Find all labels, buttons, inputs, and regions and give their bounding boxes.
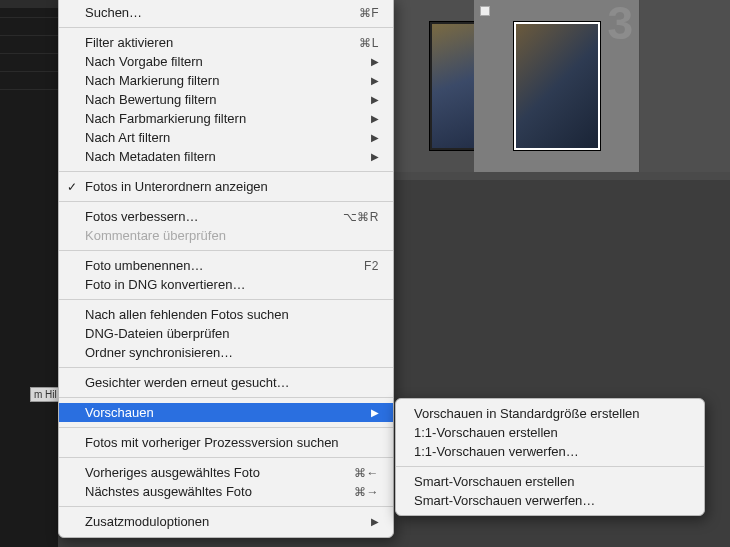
menu-label: Nach Art filtern <box>85 130 170 145</box>
menu-filter-metadata[interactable]: Nach Metadaten filtern ▶ <box>59 147 393 166</box>
menu-convert-dng[interactable]: Foto in DNG konvertieren… <box>59 275 393 294</box>
menu-separator <box>59 427 393 428</box>
menu-label: Nach Bewertung filtern <box>85 92 217 107</box>
menu-label: Gesichter werden erneut gesucht… <box>85 375 290 390</box>
menu-label: Zusatzmoduloptionen <box>85 514 209 529</box>
menu-label: Smart-Vorschauen verwerfen… <box>414 493 595 508</box>
menu-filter-enable[interactable]: Filter aktivieren ⌘L <box>59 33 393 52</box>
menu-rescan-faces[interactable]: Gesichter werden erneut gesucht… <box>59 373 393 392</box>
thumbnail-index: 3 <box>607 0 633 50</box>
menu-label: 1:1-Vorschauen verwerfen… <box>414 444 579 459</box>
thumbnail-image <box>514 22 600 150</box>
menu-label: Ordner synchronisieren… <box>85 345 233 360</box>
menu-search[interactable]: Suchen… ⌘F <box>59 3 393 22</box>
menu-check-comments: Kommentare überprüfen <box>59 226 393 245</box>
menu-label: Foto umbenennen… <box>85 258 204 273</box>
submenu-arrow-icon: ▶ <box>371 56 379 67</box>
menu-find-missing[interactable]: Nach allen fehlenden Fotos suchen <box>59 305 393 324</box>
shortcut-label: F2 <box>364 259 379 273</box>
previews-submenu: Vorschauen in Standardgröße erstellen 1:… <box>395 398 705 516</box>
menu-separator <box>396 466 704 467</box>
menu-label: Foto in DNG konvertieren… <box>85 277 245 292</box>
menu-filter-preset[interactable]: Nach Vorgabe filtern ▶ <box>59 52 393 71</box>
menu-filter-color[interactable]: Nach Farbmarkierung filtern ▶ <box>59 109 393 128</box>
submenu-arrow-icon: ▶ <box>371 113 379 124</box>
menu-label: Nächstes ausgewähltes Foto <box>85 484 252 499</box>
menu-previews[interactable]: Vorschauen ▶ <box>59 403 393 422</box>
menu-separator <box>59 201 393 202</box>
menu-next-selected[interactable]: Nächstes ausgewähltes Foto ⌘→ <box>59 482 393 501</box>
tooltip-fragment: m Hil <box>30 387 61 402</box>
menu-label: Vorschauen in Standardgröße erstellen <box>414 406 639 421</box>
submenu-arrow-icon: ▶ <box>371 94 379 105</box>
menu-label: Filter aktivieren <box>85 35 173 50</box>
submenu-smart-create[interactable]: Smart-Vorschauen erstellen <box>396 472 704 491</box>
menu-separator <box>59 171 393 172</box>
shortcut-label: ⌘← <box>354 466 379 480</box>
submenu-1to1-create[interactable]: 1:1-Vorschauen erstellen <box>396 423 704 442</box>
menu-label: Vorheriges ausgewähltes Foto <box>85 465 260 480</box>
menu-label: Nach allen fehlenden Fotos suchen <box>85 307 289 322</box>
menu-filter-rating[interactable]: Nach Bewertung filtern ▶ <box>59 90 393 109</box>
submenu-arrow-icon: ▶ <box>371 407 379 418</box>
menu-label: Vorschauen <box>85 405 154 420</box>
menu-separator <box>59 27 393 28</box>
shortcut-label: ⌘L <box>359 36 379 50</box>
menu-improve-photos[interactable]: Fotos verbessern… ⌥⌘R <box>59 207 393 226</box>
menu-separator <box>59 397 393 398</box>
menu-label: Fotos in Unterordnern anzeigen <box>85 179 268 194</box>
menu-prev-selected[interactable]: Vorheriges ausgewähltes Foto ⌘← <box>59 463 393 482</box>
menu-filter-marking[interactable]: Nach Markierung filtern ▶ <box>59 71 393 90</box>
library-menu: Suchen… ⌘F Filter aktivieren ⌘L Nach Vor… <box>58 0 394 538</box>
menu-separator <box>59 506 393 507</box>
submenu-arrow-icon: ▶ <box>371 516 379 527</box>
submenu-arrow-icon: ▶ <box>371 151 379 162</box>
menu-separator <box>59 457 393 458</box>
menu-label: Fotos verbessern… <box>85 209 198 224</box>
menu-rename-photo[interactable]: Foto umbenennen… F2 <box>59 256 393 275</box>
thumbnail-4[interactable]: 4 <box>640 0 730 172</box>
shortcut-label: ⌥⌘R <box>343 210 379 224</box>
menu-label: 1:1-Vorschauen erstellen <box>414 425 558 440</box>
submenu-1to1-discard[interactable]: 1:1-Vorschauen verwerfen… <box>396 442 704 461</box>
menu-label: Smart-Vorschauen erstellen <box>414 474 574 489</box>
menu-label: Nach Metadaten filtern <box>85 149 216 164</box>
thumbnail-3[interactable]: 3 <box>474 0 639 172</box>
flag-icon <box>480 6 490 16</box>
menu-label: Nach Farbmarkierung filtern <box>85 111 246 126</box>
submenu-standard-previews[interactable]: Vorschauen in Standardgröße erstellen <box>396 404 704 423</box>
menu-label: Nach Vorgabe filtern <box>85 54 203 69</box>
menu-label: Nach Markierung filtern <box>85 73 219 88</box>
menu-label: Kommentare überprüfen <box>85 228 226 243</box>
check-icon: ✓ <box>67 180 77 194</box>
menu-previous-process[interactable]: Fotos mit vorheriger Prozessversion such… <box>59 433 393 452</box>
menu-check-dng[interactable]: DNG-Dateien überprüfen <box>59 324 393 343</box>
menu-label: DNG-Dateien überprüfen <box>85 326 230 341</box>
shortcut-label: ⌘F <box>359 6 379 20</box>
menu-filter-kind[interactable]: Nach Art filtern ▶ <box>59 128 393 147</box>
left-panel <box>0 0 58 547</box>
menu-separator <box>59 299 393 300</box>
menu-show-subfolders[interactable]: ✓ Fotos in Unterordnern anzeigen <box>59 177 393 196</box>
menu-separator <box>59 250 393 251</box>
submenu-arrow-icon: ▶ <box>371 75 379 86</box>
menu-plugin-options[interactable]: Zusatzmoduloptionen ▶ <box>59 512 393 531</box>
shortcut-label: ⌘→ <box>354 485 379 499</box>
menu-separator <box>59 367 393 368</box>
menu-label: Fotos mit vorheriger Prozessversion such… <box>85 435 339 450</box>
menu-sync-folder[interactable]: Ordner synchronisieren… <box>59 343 393 362</box>
submenu-arrow-icon: ▶ <box>371 132 379 143</box>
submenu-smart-discard[interactable]: Smart-Vorschauen verwerfen… <box>396 491 704 510</box>
menu-label: Suchen… <box>85 5 142 20</box>
